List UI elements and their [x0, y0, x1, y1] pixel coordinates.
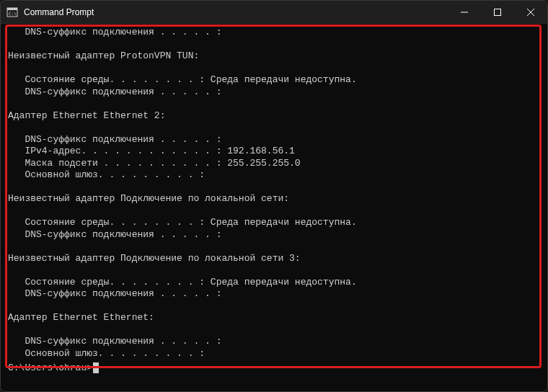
- cursor: [93, 362, 99, 373]
- titlebar-left: C:\ Command Prompt: [6, 6, 94, 18]
- window-title: Command Prompt: [24, 7, 94, 17]
- cmd-icon: C:\: [6, 6, 18, 18]
- prompt-line: C:\Users\ohrau>: [8, 362, 540, 373]
- close-button[interactable]: [514, 1, 547, 24]
- prompt-text: C:\Users\ohrau>: [8, 362, 92, 373]
- svg-rect-1: [7, 8, 17, 10]
- terminal-output: DNS-суффикс подключения . . . . . : Неиз…: [8, 27, 540, 360]
- titlebar[interactable]: C:\ Command Prompt: [1, 1, 547, 24]
- terminal-body[interactable]: DNS-суффикс подключения . . . . . : Неиз…: [1, 24, 547, 391]
- svg-rect-4: [495, 9, 501, 16]
- svg-text:C:\: C:\: [9, 11, 17, 16]
- maximize-button[interactable]: [481, 1, 514, 24]
- minimize-button[interactable]: [448, 1, 481, 24]
- titlebar-controls: [448, 1, 547, 23]
- command-prompt-window: C:\ Command Prompt DNS-суффикс подключен…: [0, 0, 548, 392]
